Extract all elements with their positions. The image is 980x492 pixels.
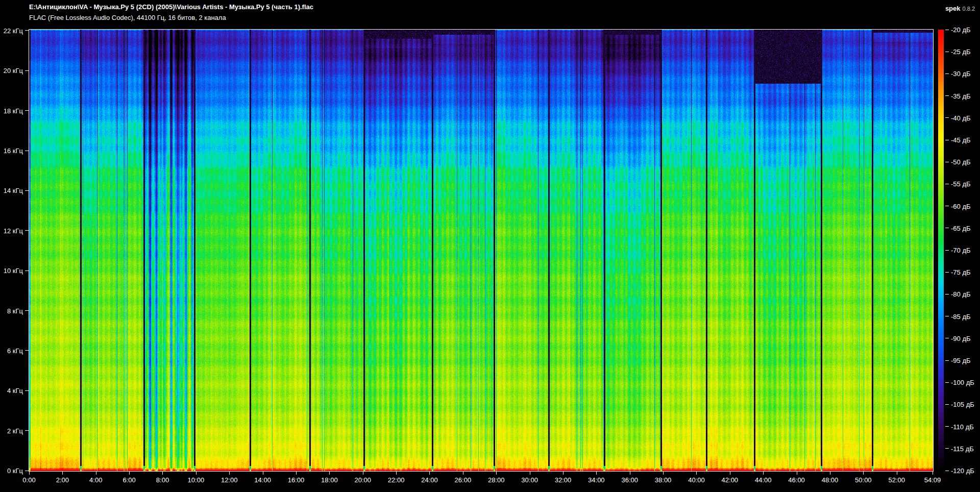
time-tick-label: 24:00 — [414, 476, 445, 484]
time-tick-label: 50:00 — [848, 476, 878, 484]
time-tick-label: 16:00 — [281, 476, 311, 484]
freq-tick — [25, 350, 29, 351]
time-tick-label: 2:00 — [47, 476, 78, 484]
db-tick — [945, 228, 949, 228]
time-tick — [263, 472, 263, 475]
db-tick — [945, 338, 949, 338]
time-tick-label: 30:00 — [514, 476, 545, 484]
time-tick — [933, 472, 933, 475]
db-tick-label: -120 дБ — [951, 467, 974, 475]
freq-tick-label: 22 кГц — [0, 27, 23, 35]
time-tick — [897, 472, 897, 475]
freq-tick-label: 8 кГц — [0, 307, 23, 315]
time-tick — [663, 472, 664, 475]
db-tick-label: -40 дБ — [951, 114, 971, 122]
time-tick — [162, 472, 163, 475]
spectrogram-canvas — [29, 30, 933, 471]
freq-tick-label: 6 кГц — [0, 347, 23, 355]
freq-tick-label: 18 кГц — [0, 107, 23, 115]
colorbar-legend — [938, 30, 944, 471]
db-tick-label: -85 дБ — [951, 313, 971, 321]
time-tick-label: 40:00 — [681, 476, 712, 484]
time-tick — [797, 472, 797, 475]
db-tick-label: -50 дБ — [951, 158, 971, 166]
time-tick-label: 14:00 — [248, 476, 278, 484]
time-tick — [496, 472, 497, 475]
db-tick — [945, 316, 949, 316]
db-tick — [945, 73, 949, 74]
freq-tick-label: 14 кГц — [0, 187, 23, 194]
db-tick-label: -65 дБ — [951, 225, 971, 232]
app-version: 0.8.2 — [963, 6, 975, 12]
freq-tick — [25, 270, 29, 271]
time-tick-label: 22:00 — [381, 476, 411, 484]
time-tick-label: 26:00 — [448, 476, 478, 484]
db-tick — [945, 140, 949, 140]
db-tick-label: -45 дБ — [951, 136, 971, 144]
freq-tick-label: 2 кГц — [0, 427, 23, 435]
db-tick-label: -105 дБ — [951, 401, 974, 408]
time-tick-label: 4:00 — [81, 476, 111, 484]
time-tick — [363, 472, 363, 475]
db-tick — [945, 95, 949, 96]
time-tick — [596, 472, 597, 475]
time-tick — [96, 472, 96, 475]
time-tick-label: 48:00 — [815, 476, 845, 484]
db-tick — [945, 272, 949, 273]
db-tick-label: -35 дБ — [951, 92, 971, 100]
time-tick — [196, 472, 197, 475]
db-tick — [945, 30, 949, 30]
db-tick — [945, 382, 949, 383]
time-tick — [229, 472, 230, 475]
db-tick — [945, 294, 949, 294]
time-tick-label: 42:00 — [715, 476, 745, 484]
time-tick-label: 52:00 — [881, 476, 912, 484]
time-tick-label: 28:00 — [481, 476, 511, 484]
db-tick — [945, 52, 949, 52]
time-tick-label: 12:00 — [214, 476, 244, 484]
freq-tick-label: 10 кГц — [0, 267, 23, 275]
freq-tick — [25, 151, 29, 151]
db-tick-label: -75 дБ — [951, 268, 971, 276]
time-tick-label: 10:00 — [181, 476, 211, 484]
freq-tick-label: 16 кГц — [0, 147, 23, 155]
time-tick — [730, 472, 730, 475]
spek-window: { "header": { "file_path": "E:\\Антицикл… — [0, 0, 980, 492]
time-tick — [763, 472, 764, 475]
freq-tick — [25, 310, 29, 311]
time-tick — [696, 472, 697, 475]
db-tick-label: -70 дБ — [951, 247, 971, 254]
freq-tick-label: 4 кГц — [0, 387, 23, 395]
time-tick-label: 32:00 — [548, 476, 578, 484]
time-tick — [329, 472, 330, 475]
app-name: spek — [945, 5, 961, 12]
time-tick-label: 34:00 — [581, 476, 611, 484]
time-tick — [29, 472, 30, 475]
app-version-badge: spek0.8.2 — [945, 4, 975, 13]
db-tick-label: -90 дБ — [951, 335, 971, 342]
db-tick-label: -20 дБ — [951, 26, 971, 34]
time-tick-label: 36:00 — [615, 476, 645, 484]
db-tick-label: -110 дБ — [951, 423, 974, 431]
time-tick-label: 18:00 — [314, 476, 345, 484]
freq-tick-label: 12 кГц — [0, 227, 23, 235]
time-tick-label: 46:00 — [781, 476, 812, 484]
time-tick-label: 0:00 — [14, 476, 44, 484]
time-tick-label: 6:00 — [114, 476, 144, 484]
db-tick — [945, 471, 949, 471]
time-tick — [530, 472, 530, 475]
db-tick-label: -60 дБ — [951, 203, 971, 210]
db-tick — [945, 250, 949, 251]
freq-tick — [25, 471, 29, 471]
freq-tick-label: 20 кГц — [0, 67, 23, 75]
time-tick-label: 44:00 — [748, 476, 778, 484]
time-tick — [62, 472, 63, 475]
freq-tick — [25, 430, 29, 431]
db-tick — [945, 117, 949, 118]
db-tick-label: -30 дБ — [951, 70, 971, 78]
db-tick — [945, 360, 949, 361]
time-tick — [563, 472, 564, 475]
freq-tick — [25, 70, 29, 71]
freq-tick — [25, 390, 29, 391]
time-tick-label: 20:00 — [348, 476, 378, 484]
